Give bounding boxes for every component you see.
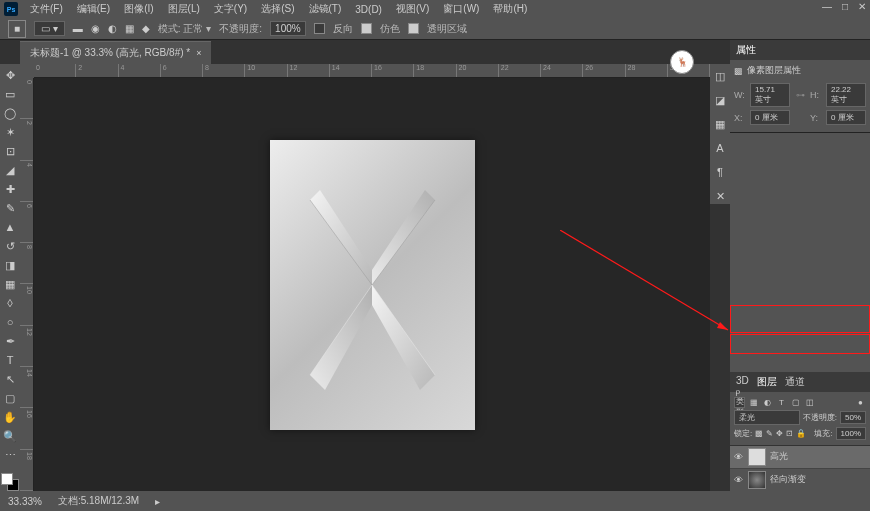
char-panel-icon[interactable]: A xyxy=(712,140,728,156)
document-tab[interactable]: 未标题-1 @ 33.3% (高光, RGB/8#) * × xyxy=(20,41,211,64)
filter-pixel-icon[interactable]: ▦ xyxy=(748,397,759,408)
eyedropper-tool[interactable]: ◢ xyxy=(1,161,19,179)
reverse-checkbox[interactable] xyxy=(314,23,325,34)
edit-toolbar[interactable]: ⋯ xyxy=(1,446,19,464)
layer-name[interactable]: 高光 xyxy=(770,450,866,463)
menu-type[interactable]: 文字(Y) xyxy=(208,0,253,18)
link-wh-icon[interactable]: ⊶ xyxy=(794,90,806,100)
dodge-tool[interactable]: ○ xyxy=(1,313,19,331)
filter-toggle[interactable]: ● xyxy=(855,397,866,408)
status-arrow-icon[interactable]: ▸ xyxy=(155,496,160,507)
doc-size[interactable]: 文档:5.18M/12.3M xyxy=(58,494,139,508)
type-tool[interactable]: T xyxy=(1,351,19,369)
paragraph-panel-icon[interactable]: ¶ xyxy=(712,164,728,180)
artboard[interactable] xyxy=(270,140,475,430)
filter-smart-icon[interactable]: ◫ xyxy=(804,397,815,408)
layer-opacity-input[interactable]: 50% xyxy=(840,411,866,424)
canvas-viewport[interactable] xyxy=(34,78,710,491)
history-brush-tool[interactable]: ↺ xyxy=(1,237,19,255)
ruler-vertical[interactable]: 024681012141618 xyxy=(20,78,34,491)
menu-edit[interactable]: 编辑(E) xyxy=(71,0,116,18)
swatches-panel-icon[interactable]: ▦ xyxy=(712,116,728,132)
pen-tool[interactable]: ✒ xyxy=(1,332,19,350)
lock-pos-icon[interactable]: ✥ xyxy=(776,429,783,438)
menu-view[interactable]: 视图(V) xyxy=(390,0,435,18)
visibility-toggle[interactable]: 👁 xyxy=(734,452,744,462)
filter-type-icon[interactable]: T xyxy=(776,397,787,408)
crop-tool[interactable]: ⊡ xyxy=(1,142,19,160)
menu-3d[interactable]: 3D(D) xyxy=(349,2,388,17)
menu-file[interactable]: 文件(F) xyxy=(24,0,69,18)
channels-tab[interactable]: 通道 xyxy=(785,375,805,389)
gradient-angle-icon[interactable]: ◐ xyxy=(108,23,117,34)
tab-close-icon[interactable]: × xyxy=(196,48,201,58)
history-panel-icon[interactable]: ◫ xyxy=(712,68,728,84)
move-tool[interactable]: ✥ xyxy=(1,66,19,84)
lock-artboard-icon[interactable]: ⊡ xyxy=(786,429,793,438)
lock-paint-icon[interactable]: ✎ xyxy=(766,429,773,438)
color-panel-icon[interactable]: ◪ xyxy=(712,92,728,108)
lock-all-icon[interactable]: 🔒 xyxy=(796,429,806,438)
path-tool[interactable]: ↖ xyxy=(1,370,19,388)
eraser-tool[interactable]: ◨ xyxy=(1,256,19,274)
svg-marker-3 xyxy=(372,285,435,390)
x-input[interactable]: 0 厘米 xyxy=(750,110,790,125)
adjust-panel-icon[interactable]: ✕ xyxy=(712,188,728,204)
ruler-horizontal[interactable]: 024681012141618202224262830 xyxy=(34,64,710,78)
mode-label: 模式: 正常 ▾ xyxy=(158,22,211,36)
height-input[interactable]: 22.22 英寸 xyxy=(826,83,866,107)
zoom-level[interactable]: 33.33% xyxy=(8,496,42,507)
lasso-tool[interactable]: ◯ xyxy=(1,104,19,122)
opacity-input[interactable]: 100% xyxy=(270,21,306,36)
menu-window[interactable]: 窗口(W) xyxy=(437,0,485,18)
maximize-button[interactable]: □ xyxy=(842,1,848,12)
y-input[interactable]: 0 厘米 xyxy=(826,110,866,125)
ruler-origin[interactable] xyxy=(20,64,34,78)
blend-mode-dropdown[interactable]: 柔光 xyxy=(734,410,800,425)
fill-input[interactable]: 100% xyxy=(836,427,866,440)
zoom-tool[interactable]: 🔍 xyxy=(1,427,19,445)
properties-tab[interactable]: 属性 xyxy=(736,43,756,57)
close-button[interactable]: ✕ xyxy=(858,1,866,12)
filter-shape-icon[interactable]: ▢ xyxy=(790,397,801,408)
heal-tool[interactable]: ✚ xyxy=(1,180,19,198)
menu-image[interactable]: 图像(I) xyxy=(118,0,159,18)
menu-layer[interactable]: 图层(L) xyxy=(162,0,206,18)
filter-adjust-icon[interactable]: ◐ xyxy=(762,397,773,408)
wand-tool[interactable]: ✶ xyxy=(1,123,19,141)
layer-row[interactable]: 👁 径向渐变 xyxy=(730,469,870,492)
visibility-toggle[interactable]: 👁 xyxy=(734,475,744,485)
minimize-button[interactable]: — xyxy=(822,1,832,12)
menu-select[interactable]: 选择(S) xyxy=(255,0,300,18)
gradient-radial-icon[interactable]: ◉ xyxy=(91,23,100,34)
layers-tab[interactable]: 图层 xyxy=(757,375,777,389)
gradient-diamond-icon[interactable]: ◆ xyxy=(142,23,150,34)
lock-trans-icon[interactable]: ▩ xyxy=(755,429,763,438)
layer-filter-dropdown[interactable]: ρ 类型 xyxy=(734,397,745,408)
layer-row[interactable]: 👁 高光 xyxy=(730,446,870,469)
marquee-tool[interactable]: ▭ xyxy=(1,85,19,103)
gradient-tool[interactable]: ▦ xyxy=(1,275,19,293)
transparency-checkbox[interactable] xyxy=(408,23,419,34)
stamp-tool[interactable]: ▲ xyxy=(1,218,19,236)
fg-color-swatch[interactable] xyxy=(1,473,13,485)
blur-tool[interactable]: ◊ xyxy=(1,294,19,312)
shape-tool[interactable]: ▢ xyxy=(1,389,19,407)
dither-checkbox[interactable] xyxy=(361,23,372,34)
gradient-linear-icon[interactable]: ▬ xyxy=(73,23,83,34)
y-label: Y: xyxy=(810,113,822,123)
opacity-label: 不透明度: xyxy=(219,22,262,36)
hand-tool[interactable]: ✋ xyxy=(1,408,19,426)
menu-filter[interactable]: 滤镜(T) xyxy=(303,0,348,18)
width-input[interactable]: 15.71 英寸 xyxy=(750,83,790,107)
gradient-preset-dropdown[interactable]: ▭ ▾ xyxy=(34,21,65,36)
right-panels: 属性 ▩ 像素图层属性 W: 15.71 英寸 ⊶ H: 22.22 英寸 X:… xyxy=(730,40,870,511)
layer-thumbnail[interactable] xyxy=(748,448,766,466)
menu-help[interactable]: 帮助(H) xyxy=(487,0,533,18)
gradient-tool-icon[interactable]: ■ xyxy=(8,20,26,38)
brush-tool[interactable]: ✎ xyxy=(1,199,19,217)
layer-thumbnail[interactable] xyxy=(748,471,766,489)
layer-name[interactable]: 径向渐变 xyxy=(770,473,866,486)
gradient-reflected-icon[interactable]: ▦ xyxy=(125,23,134,34)
color-swatches[interactable] xyxy=(1,473,19,491)
